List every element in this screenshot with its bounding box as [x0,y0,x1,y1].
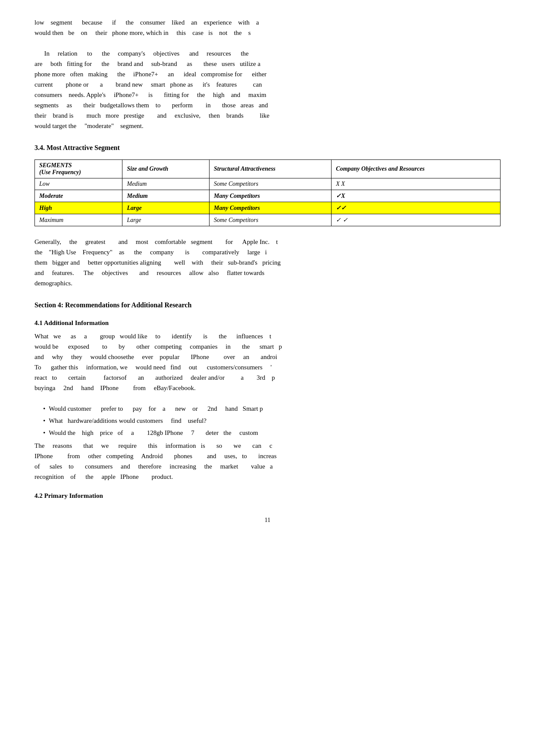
cell-maximum-segment: Maximum [35,214,122,226]
cell-moderate-size: Medium [122,190,210,202]
subsection-41-heading: 4.1 Additional Information [34,319,501,327]
section-41-paragraph-b: The reasons that we require this informa… [34,440,501,482]
bullet-text-3: Would the high price of a 128gb IPhone 7… [49,428,258,438]
cell-high-size: Large [122,202,210,214]
intro-text-2: In relation to the company's objectives … [34,50,269,129]
cell-low-structural: Some Competitors [210,178,332,190]
bullet-item-2: • What hardware/additions would customer… [43,415,501,426]
cell-maximum-company: ✓ ✓ [332,214,501,226]
subsection-42-heading: 4.2 Primary Information [34,492,501,500]
col-header-company: Company Objectives and Resources [332,160,501,178]
cell-high-segment: High [35,202,122,214]
table-row-low: Low Medium Some Competitors X X [35,178,501,190]
cell-low-company: X X [332,178,501,190]
bullet-dot-1: • [43,403,45,414]
segment-table: SEGMENTS(Use Frequency) Size and Growth … [34,159,501,226]
cell-maximum-structural: Some Competitors [210,214,332,226]
table-header-row: SEGMENTS(Use Frequency) Size and Growth … [35,160,501,178]
cell-moderate-structural: Many Competitors [210,190,332,202]
analysis-text: Generally, the greatest and most comfort… [34,238,281,287]
table-row-moderate: Moderate Medium Many Competitors ✓X [35,190,501,202]
cell-moderate-company: ✓X [332,190,501,202]
section-41-paragraph-a: What we as a group would like to identif… [34,331,501,393]
bullet-item-1: • Would customer prefer to pay for a new… [43,403,501,414]
bullet-list: • Would customer prefer to pay for a new… [43,403,501,438]
col-header-structural: Structural Attractiveness [210,160,332,178]
col-header-size: Size and Growth [122,160,210,178]
bullet-dot-3: • [43,428,45,438]
page-content: low segment because if the consumer like… [34,17,501,524]
intro-paragraph-2: In relation to the company's objectives … [34,48,501,131]
page-number: 11 [34,517,501,524]
cell-moderate-segment: Moderate [35,190,122,202]
cell-low-segment: Low [35,178,122,190]
table-row-high: High Large Many Competitors ✓✓ [35,202,501,214]
intro-text-1: low segment because if the consumer like… [34,19,259,36]
bullet-text-2: What hardware/additions would customers … [49,415,206,426]
section-34-heading: 3.4. Most Attractive Segment [34,144,501,152]
col-header-segments: SEGMENTS(Use Frequency) [35,160,122,178]
bullet-dot-2: • [43,415,45,426]
cell-high-company: ✓✓ [332,202,501,214]
bullet-item-3: • Would the high price of a 128gb IPhone… [43,428,501,438]
analysis-paragraph: Generally, the greatest and most comfort… [34,237,501,288]
table-row-maximum: Maximum Large Some Competitors ✓ ✓ [35,214,501,226]
cell-high-structural: Many Competitors [210,202,332,214]
cell-low-size: Medium [122,178,210,190]
section-41-text-a: What we as a group would like to identif… [34,333,282,391]
bullet-text-1: Would customer prefer to pay for a new o… [49,403,263,414]
section-41-text-b: The reasons that we require this informa… [34,442,277,480]
cell-maximum-size: Large [122,214,210,226]
section-4-heading: Section 4: Recommendations for Additiona… [34,301,501,309]
intro-paragraph-1: low segment because if the consumer like… [34,17,501,38]
